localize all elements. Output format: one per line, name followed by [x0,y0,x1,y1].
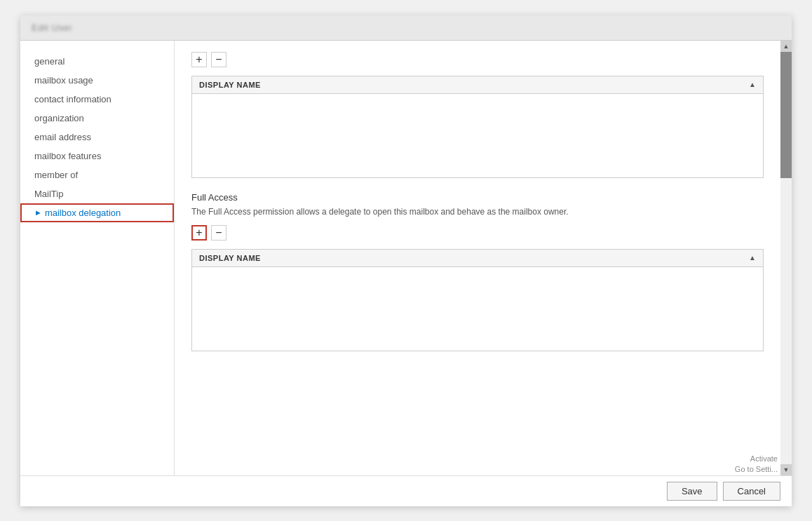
send-as-sort-icon[interactable]: ▲ [749,81,756,88]
sidebar-item-label: email address [34,132,91,142]
full-access-add-button[interactable]: + [191,225,207,241]
full-access-title: Full Access [191,192,764,203]
send-as-toolbar: + − [191,52,764,67]
sidebar-item-mailbox-delegation[interactable]: ► mailbox delegation [20,203,174,222]
full-access-section: Full Access The Full Access permission a… [191,192,764,351]
full-access-table-body [191,267,764,351]
scroll-up-arrow[interactable]: ▲ [780,41,792,52]
sidebar-item-label: general [34,56,65,67]
full-access-toolbar: + − [191,225,764,241]
scrollbar-thumb[interactable] [780,52,792,178]
sidebar-item-label: contact information [34,94,111,104]
sidebar-item-label: organization [34,113,84,123]
send-as-table-header: DISPLAY NAME ▲ [191,76,764,94]
full-access-sort-icon[interactable]: ▲ [749,254,756,262]
send-as-column-header: DISPLAY NAME [199,81,749,89]
send-as-remove-button[interactable]: − [211,52,226,67]
sidebar-item-mailtip[interactable]: MailTip [20,184,174,203]
dialog-title: Edit User [32,22,72,33]
cancel-button[interactable]: Cancel [723,482,780,501]
sidebar-item-general[interactable]: general [20,52,174,71]
dialog-body: general mailbox usage contact informatio… [20,41,792,475]
dialog: Edit User general mailbox usage contact … [20,15,792,506]
content-area[interactable]: + − DISPLAY NAME ▲ Full Access The Full … [175,41,792,475]
sidebar-item-label: mailbox features [34,151,101,161]
sidebar-item-label: member of [34,170,78,180]
send-as-section: + − DISPLAY NAME ▲ [191,52,764,178]
scrollbar[interactable]: ▲ ▼ [780,41,792,475]
sidebar: general mailbox usage contact informatio… [20,41,175,475]
activate-watermark: Activate Go to Setti... [735,454,778,475]
save-button[interactable]: Save [667,482,717,501]
sidebar-item-member-of[interactable]: member of [20,165,174,184]
full-access-column-header: DISPLAY NAME [199,254,749,262]
sidebar-item-label: mailbox delegation [45,208,121,218]
sidebar-item-label: mailbox usage [34,75,93,86]
dialog-header: Edit User [20,15,792,41]
dialog-footer: Save Cancel [20,475,792,506]
sidebar-item-email-address[interactable]: email address [20,128,174,147]
sidebar-item-mailbox-usage[interactable]: mailbox usage [20,71,174,90]
full-access-description: The Full Access permission allows a dele… [191,205,764,218]
sidebar-item-mailbox-features[interactable]: mailbox features [20,147,174,165]
full-access-table-header: DISPLAY NAME ▲ [191,249,764,267]
scroll-down-arrow[interactable]: ▼ [780,464,792,475]
sidebar-item-contact-information[interactable]: contact information [20,90,174,109]
full-access-remove-button[interactable]: − [211,225,226,241]
main-content: + − DISPLAY NAME ▲ Full Access The Full … [175,41,792,475]
sidebar-item-organization[interactable]: organization [20,109,174,128]
sidebar-item-label: MailTip [34,189,63,199]
send-as-table-body [191,94,764,178]
expand-arrow-icon: ► [34,208,42,217]
send-as-add-button[interactable]: + [191,52,207,67]
